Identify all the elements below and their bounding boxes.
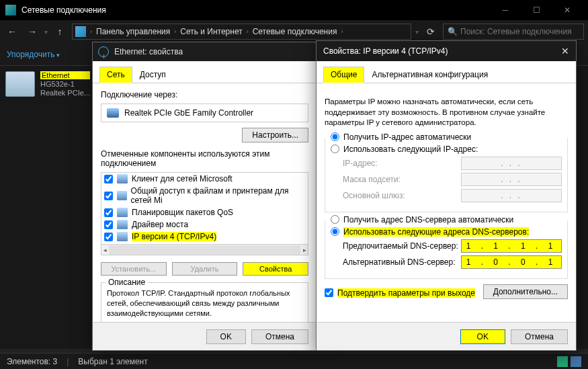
nic-icon <box>107 108 119 118</box>
adapter-network: HG532e-1 <box>40 80 90 88</box>
organize-menu[interactable]: Упорядочить <box>7 50 60 59</box>
dlg1-cancel-button[interactable]: Отмена <box>251 329 308 344</box>
addr-chevron[interactable]: ▾ <box>415 28 419 36</box>
description-text: Протокол TCP/IP. Стандартный протокол гл… <box>107 288 302 319</box>
tab-network[interactable]: Сеть <box>99 67 132 83</box>
ip-address-field: . . . <box>461 157 562 170</box>
gateway-field: . . . <box>461 189 562 202</box>
dns-auto-radio[interactable] <box>331 215 339 224</box>
dlg1-ok-button[interactable]: OK <box>206 329 246 344</box>
nic-box: Realtek PCIe GbE Family Controller <box>101 104 308 122</box>
view-details-icon[interactable] <box>557 356 568 367</box>
subnet-mask-field: . . . <box>461 173 562 186</box>
comp-check-4[interactable] <box>104 233 113 241</box>
ipv4-properties-dialog: Свойства: IP версии 4 (TCP/IPv4) ✕ Общие… <box>316 40 577 351</box>
adapter-name: Ethernet <box>40 71 90 79</box>
up-button[interactable]: ↑ <box>52 24 68 40</box>
advanced-button[interactable]: Дополнительно... <box>483 284 568 299</box>
description-title: Описание <box>106 278 148 287</box>
adapter-item[interactable]: Ethernet HG532e-1 Realtek PCIe... <box>5 71 93 97</box>
tab-access[interactable]: Доступ <box>132 67 173 83</box>
status-bar: Элементов: 3 | Выбран 1 элемент <box>0 353 588 369</box>
status-element-count: Элементов: 3 <box>7 357 57 366</box>
app-icon <box>5 5 16 15</box>
adapter-icon <box>5 71 35 97</box>
intro-text: Параметры IP можно назначать автоматичес… <box>325 97 568 128</box>
window-title: Сетевые подключения <box>22 5 490 15</box>
configure-button[interactable]: Настроить... <box>242 128 308 142</box>
adapter-device: Realtek PCIe... <box>40 89 90 97</box>
tab-alt-config[interactable]: Альтернативная конфигурация <box>364 67 495 83</box>
ip-manual-radio[interactable] <box>331 145 339 153</box>
breadcrumb-2[interactable]: Сеть и Интернет <box>180 27 242 36</box>
dns-preferred-field[interactable]: 1 . 1 . 1 . 1 <box>461 239 562 253</box>
dialog1-titlebar[interactable]: Ethernet: свойства <box>93 42 317 61</box>
dlg2-cancel-button[interactable]: Отмена <box>511 329 568 344</box>
location-icon <box>75 26 86 37</box>
dns-alternate-field[interactable]: 1 . 0 . 0 . 1 <box>461 255 562 269</box>
nav-bar: ← → ▾ ↑ › Панель управления › Сеть и Инт… <box>0 20 588 43</box>
ethernet-properties-dialog: Ethernet: свойства Сеть Доступ Подключен… <box>92 42 317 351</box>
nav-chevron: ▾ <box>44 28 48 36</box>
ip-auto-radio[interactable] <box>331 132 339 141</box>
dlg2-ok-button[interactable]: OK <box>460 329 505 344</box>
address-bar[interactable]: › Панель управления › Сеть и Интернет › … <box>72 24 411 40</box>
components-list[interactable]: Клиент для сетей Microsoft Общий доступ … <box>101 172 308 255</box>
comp-check-0[interactable] <box>104 175 113 183</box>
install-button[interactable]: Установить... <box>101 262 167 276</box>
forward-button[interactable]: → <box>24 24 40 40</box>
search-input[interactable]: 🔍 Поиск: Сетевые подключения <box>443 24 584 40</box>
breadcrumb-3[interactable]: Сетевые подключения <box>253 27 337 36</box>
description-group: Описание Протокол TCP/IP. Стандартный пр… <box>101 282 308 325</box>
dialog1-title: Ethernet: свойства <box>114 47 183 56</box>
search-placeholder: Поиск: Сетевые подключения <box>460 27 572 36</box>
status-selected: Выбран 1 элемент <box>78 357 147 366</box>
comp-check-1[interactable] <box>104 192 113 200</box>
back-button[interactable]: ← <box>4 24 20 40</box>
refresh-button[interactable]: ⟳ <box>423 24 439 40</box>
nic-name: Realtek PCIe GbE Family Controller <box>124 108 253 118</box>
tab-general[interactable]: Общие <box>323 67 364 83</box>
minimize-button[interactable]: ─ <box>490 0 521 20</box>
window-titlebar: Сетевые подключения ─ ☐ ✕ <box>0 0 588 20</box>
breadcrumb-1[interactable]: Панель управления <box>96 27 170 36</box>
remove-button[interactable]: Удалить <box>172 262 238 276</box>
view-large-icon[interactable] <box>571 356 581 367</box>
validate-checkbox[interactable] <box>325 288 333 297</box>
maximize-button[interactable]: ☐ <box>521 0 552 20</box>
comp-check-3[interactable] <box>104 220 113 229</box>
dialog2-titlebar[interactable]: Свойства: IP версии 4 (TCP/IPv4) ✕ <box>317 41 576 61</box>
dns-manual-radio[interactable] <box>331 227 339 236</box>
dialog2-title: Свойства: IP версии 4 (TCP/IPv4) <box>323 46 448 56</box>
h-scrollbar[interactable]: ◂▸ <box>101 244 308 255</box>
components-label: Отмеченные компоненты используются этим … <box>101 149 308 168</box>
comp-check-2[interactable] <box>104 208 113 217</box>
properties-button[interactable]: Свойства <box>243 262 308 276</box>
ethernet-icon <box>98 46 109 57</box>
dialog2-close-button[interactable]: ✕ <box>561 46 569 56</box>
connect-through-label: Подключение через: <box>101 90 308 99</box>
close-button[interactable]: ✕ <box>552 0 583 20</box>
